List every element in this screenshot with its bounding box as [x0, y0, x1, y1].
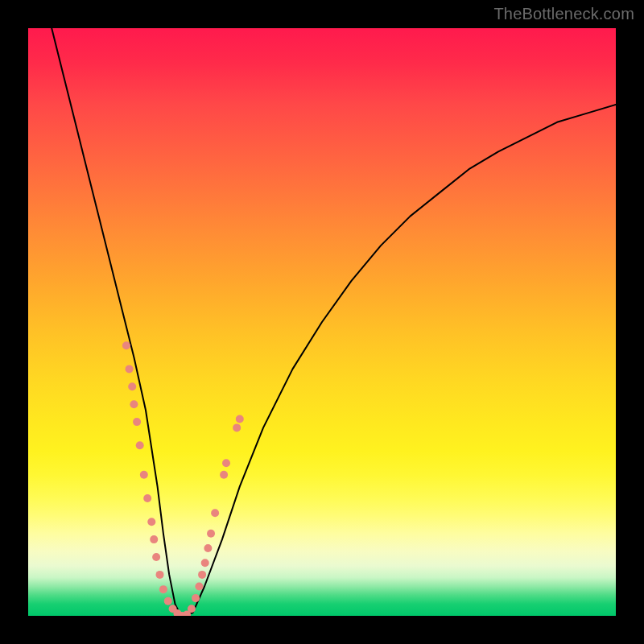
curve-marker [188, 605, 196, 613]
curve-marker [156, 571, 164, 579]
markers-group [122, 341, 244, 616]
curve-marker [130, 400, 138, 408]
curve-marker [159, 585, 167, 593]
curve-marker [236, 415, 244, 423]
plot-area [28, 28, 616, 616]
curve-marker [147, 518, 155, 526]
curve-marker [211, 509, 219, 517]
curve-marker [204, 544, 212, 552]
curve-svg [28, 28, 616, 616]
curve-marker [128, 382, 136, 390]
curve-marker [207, 530, 215, 538]
curve-marker [192, 594, 200, 602]
curve-marker [222, 459, 230, 467]
curve-marker [136, 441, 144, 449]
curve-marker [122, 341, 130, 349]
curve-marker [195, 583, 203, 591]
curve-marker [233, 423, 241, 431]
curve-marker [220, 471, 228, 479]
curve-marker [140, 471, 148, 479]
bottleneck-curve [52, 28, 616, 616]
curve-marker [201, 559, 209, 567]
curve-marker [164, 597, 172, 605]
curve-marker [143, 494, 151, 502]
curve-marker [152, 553, 160, 561]
watermark-text: TheBottleneck.com [493, 5, 634, 23]
curve-marker [133, 418, 141, 426]
curve-marker [126, 365, 134, 373]
curve-marker [150, 535, 158, 543]
chart-stage: TheBottleneck.com [0, 0, 644, 644]
curve-marker [198, 571, 206, 579]
